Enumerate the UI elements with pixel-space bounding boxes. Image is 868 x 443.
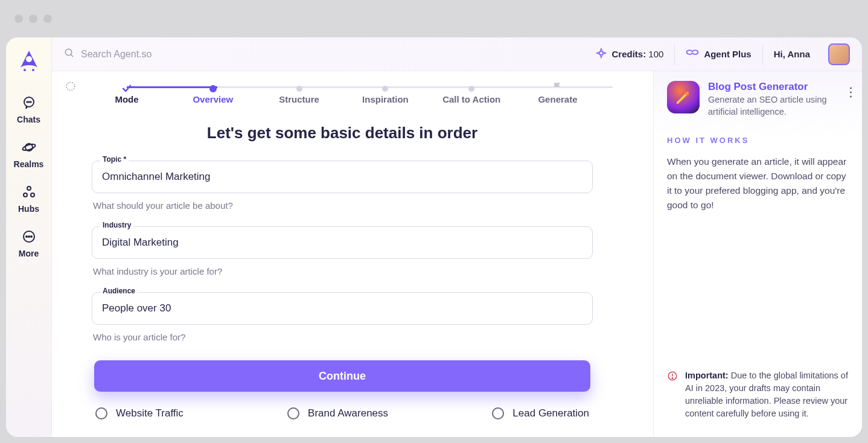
more-icon xyxy=(22,229,36,244)
warning-icon xyxy=(667,371,678,420)
kebab-icon[interactable] xyxy=(849,87,852,100)
panel-app-title: Blog Post Generator xyxy=(708,81,849,93)
sidebar-item-chats[interactable]: Chats xyxy=(6,88,51,132)
flag-icon xyxy=(552,81,564,95)
topic-label: Topic * xyxy=(100,155,129,164)
panel-app-subtitle: Generate an SEO article using artificial… xyxy=(708,94,849,118)
hubs-icon xyxy=(22,185,36,199)
important-note: Important: Due to the global limitations… xyxy=(667,369,849,427)
window-traffic-lights xyxy=(14,14,52,23)
step-inspiration[interactable]: Inspiration xyxy=(349,83,421,104)
svg-point-5 xyxy=(28,101,29,102)
industry-input[interactable] xyxy=(92,226,593,259)
svg-point-20 xyxy=(850,91,852,93)
sidebar-item-more[interactable]: More xyxy=(6,222,51,266)
credits-button[interactable]: Credits: 100 xyxy=(585,43,674,65)
topic-help: What should your article be about? xyxy=(93,200,593,211)
credits-icon xyxy=(596,48,607,60)
svg-point-10 xyxy=(24,193,27,197)
industry-help: What industry is your article for? xyxy=(93,266,593,276)
svg-point-9 xyxy=(27,186,31,190)
planet-icon xyxy=(22,140,36,155)
svg-point-18 xyxy=(66,82,75,91)
search-icon xyxy=(64,48,75,61)
goal-label: Brand Awareness xyxy=(308,407,388,419)
svg-point-11 xyxy=(31,193,34,197)
step-label: Overview xyxy=(193,94,233,104)
important-label: Important: xyxy=(685,371,729,380)
app-icon xyxy=(667,81,700,113)
avatar[interactable] xyxy=(828,43,850,65)
svg-point-6 xyxy=(30,101,31,102)
radio-icon xyxy=(287,407,299,419)
form-title: Let's get some basic details in order xyxy=(70,124,614,142)
step-label: Call to Action xyxy=(442,94,500,104)
how-it-works-text: When you generate an article, it will ap… xyxy=(667,155,849,212)
svg-point-21 xyxy=(850,95,852,97)
svg-point-2 xyxy=(32,69,34,71)
svg-point-24 xyxy=(672,378,673,379)
topic-input[interactable] xyxy=(92,161,593,193)
goal-option-traffic[interactable]: Website Traffic xyxy=(95,407,183,419)
sidebar-item-label: Chats xyxy=(17,115,40,124)
step-generate[interactable]: Generate xyxy=(522,83,594,104)
info-panel: Blog Post Generator Generate an SEO arti… xyxy=(653,71,862,437)
sidebar-item-hubs[interactable]: Hubs xyxy=(6,177,51,221)
step-overview[interactable]: Overview xyxy=(177,83,249,104)
step-label: Structure xyxy=(279,94,319,104)
step-label: Generate xyxy=(538,94,577,104)
sidebar: Chats Realms Hubs More xyxy=(6,37,52,437)
audience-label: Audience xyxy=(100,287,138,295)
continue-button[interactable]: Continue xyxy=(94,360,590,392)
sidebar-item-label: Realms xyxy=(14,159,44,169)
svg-point-4 xyxy=(27,101,27,102)
svg-point-1 xyxy=(24,69,26,71)
refresh-icon[interactable] xyxy=(65,81,76,94)
svg-point-16 xyxy=(65,49,72,56)
stepper: Mode Overview Structure Inspiration xyxy=(91,81,594,104)
radio-icon xyxy=(492,407,504,419)
topbar: Credits: 100 Agent Plus Hi, Anna xyxy=(52,37,862,71)
radio-icon xyxy=(95,407,107,419)
svg-point-13 xyxy=(26,236,27,237)
goal-label: Lead Generation xyxy=(512,407,589,419)
sidebar-item-label: Hubs xyxy=(18,204,39,214)
audience-input[interactable] xyxy=(92,292,593,325)
greeting-text: Hi, Anna xyxy=(774,49,810,59)
audience-help: Who is your article for? xyxy=(93,332,593,342)
chat-icon xyxy=(22,95,36,110)
mask-icon xyxy=(686,49,699,59)
search-input[interactable] xyxy=(81,49,262,60)
svg-point-8 xyxy=(22,143,36,151)
sidebar-item-label: More xyxy=(19,249,39,258)
step-mode[interactable]: Mode xyxy=(91,83,163,104)
goal-option-leads[interactable]: Lead Generation xyxy=(492,407,589,419)
step-label: Inspiration xyxy=(362,94,409,104)
how-it-works-heading: HOW IT WORKS xyxy=(667,136,849,145)
greeting: Hi, Anna xyxy=(762,43,821,65)
svg-point-15 xyxy=(31,236,32,237)
app-logo[interactable] xyxy=(14,46,43,75)
credits-value: 100 xyxy=(648,49,663,59)
step-cta[interactable]: Call to Action xyxy=(435,83,508,104)
svg-point-0 xyxy=(26,56,32,62)
agent-plus-button[interactable]: Agent Plus xyxy=(674,43,762,65)
svg-line-17 xyxy=(71,54,73,57)
svg-point-14 xyxy=(28,236,30,237)
agent-plus-label: Agent Plus xyxy=(704,49,751,59)
step-structure[interactable]: Structure xyxy=(263,83,336,104)
check-icon xyxy=(121,82,133,97)
goal-option-awareness[interactable]: Brand Awareness xyxy=(287,407,388,419)
svg-point-19 xyxy=(850,87,852,89)
industry-label: Industry xyxy=(100,221,133,229)
main-content: Mode Overview Structure Inspiration xyxy=(52,71,653,437)
credits-label: Credits: xyxy=(611,49,646,59)
goal-label: Website Traffic xyxy=(116,407,183,419)
sidebar-item-realms[interactable]: Realms xyxy=(6,133,51,176)
